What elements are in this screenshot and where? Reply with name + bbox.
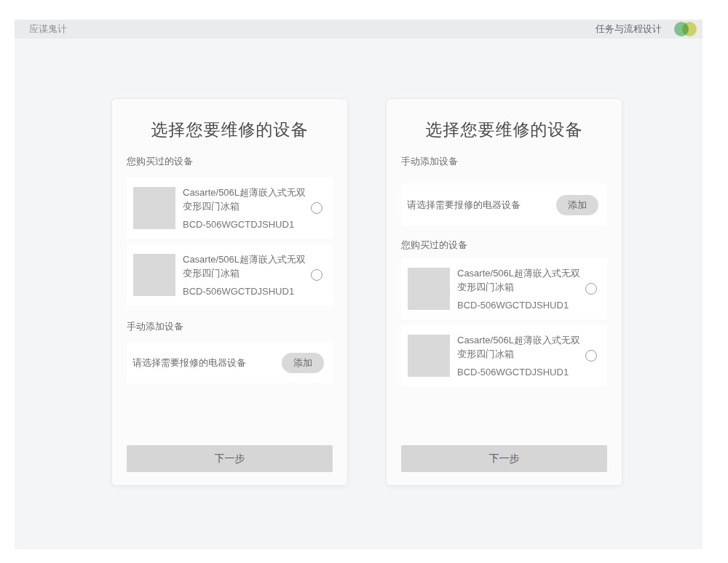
device-name: Casarte/506L超薄嵌入式无双变形四门冰箱	[183, 185, 311, 213]
app-title: 应谋鬼计	[29, 23, 67, 36]
radio-button[interactable]	[311, 202, 323, 214]
device-text: Casarte/506L超薄嵌入式无双变形四门冰箱 BCD-506WGCTDJS…	[457, 266, 585, 312]
mode-label: 任务与流程设计	[596, 23, 662, 36]
next-button[interactable]: 下一步	[401, 445, 607, 472]
device-name: Casarte/506L超薄嵌入式无双变形四门冰箱	[457, 266, 585, 294]
device-model: BCD-506WGCTDJSHUD1	[183, 217, 311, 231]
yellow-dot-icon[interactable]	[682, 22, 697, 36]
add-button[interactable]: 添加	[282, 353, 324, 373]
device-text: Casarte/506L超薄嵌入式无双变形四门冰箱 BCD-506WGCTDJS…	[457, 333, 585, 379]
radio-button[interactable]	[311, 269, 323, 281]
device-list-item[interactable]: Casarte/506L超薄嵌入式无双变形四门冰箱 BCD-506WGCTDJS…	[401, 258, 607, 319]
add-button[interactable]: 添加	[556, 195, 598, 215]
device-text: Casarte/506L超薄嵌入式无双变形四门冰箱 BCD-506WGCTDJS…	[183, 185, 311, 231]
header-bar: 应谋鬼计 任务与流程设计	[15, 20, 703, 39]
device-model: BCD-506WGCTDJSHUD1	[457, 298, 585, 312]
device-text: Casarte/506L超薄嵌入式无双变形四门冰箱 BCD-506WGCTDJS…	[183, 252, 311, 298]
screen-card-1: 选择您要维修的设备 您购买过的设备 Casarte/506L超薄嵌入式无双变形四…	[111, 98, 348, 486]
device-name: Casarte/506L超薄嵌入式无双变形四门冰箱	[183, 252, 311, 280]
device-list-item[interactable]: Casarte/506L超薄嵌入式无双变形四门冰箱 BCD-506WGCTDJS…	[401, 325, 607, 386]
add-device-row: 请选择需要报修的电器设备 添加	[401, 185, 607, 225]
next-button[interactable]: 下一步	[127, 445, 333, 472]
add-device-row: 请选择需要报修的电器设备 添加	[127, 343, 333, 383]
manual-add-label: 手动添加设备	[127, 320, 333, 332]
device-thumbnail	[133, 187, 175, 229]
screen-card-2: 选择您要维修的设备 手动添加设备 请选择需要报修的电器设备 添加 您购买过的设备…	[386, 98, 622, 486]
device-model: BCD-506WGCTDJSHUD1	[457, 365, 585, 379]
purchased-devices-label: 您购买过的设备	[401, 239, 607, 251]
radio-button[interactable]	[585, 283, 597, 295]
device-list-item[interactable]: Casarte/506L超薄嵌入式无双变形四门冰箱 BCD-506WGCTDJS…	[127, 177, 333, 239]
device-thumbnail	[133, 254, 175, 296]
device-name: Casarte/506L超薄嵌入式无双变形四门冰箱	[457, 333, 585, 361]
page-title: 选择您要维修的设备	[401, 119, 607, 140]
purchased-devices-label: 您购买过的设备	[127, 155, 333, 167]
device-list-item[interactable]: Casarte/506L超薄嵌入式无双变形四门冰箱 BCD-506WGCTDJS…	[127, 244, 333, 306]
device-thumbnail	[408, 335, 450, 377]
radio-button[interactable]	[585, 350, 597, 362]
header-right-group: 任务与流程设计	[596, 22, 697, 36]
device-model: BCD-506WGCTDJSHUD1	[183, 284, 311, 298]
page-title: 选择您要维修的设备	[127, 119, 333, 140]
manual-add-label: 手动添加设备	[401, 155, 607, 167]
device-thumbnail	[408, 268, 450, 310]
add-device-placeholder: 请选择需要报修的电器设备	[407, 199, 521, 212]
add-device-placeholder: 请选择需要报修的电器设备	[132, 356, 246, 370]
